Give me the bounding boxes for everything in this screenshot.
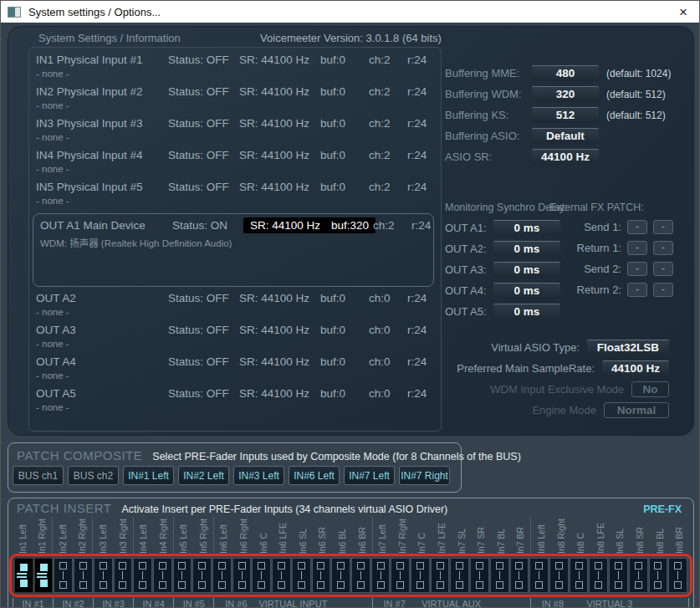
settings-panel: System Settings / Information Voicemeete… — [8, 26, 694, 436]
device-res: r:24 — [407, 117, 434, 130]
fx-send2-label: Send 2: — [544, 263, 621, 275]
device-row-out-a3[interactable]: OUT A3 Status: OFF SR: 44100 Hzbuf:0 ch:… — [36, 324, 434, 355]
device-row-out-a4[interactable]: OUT A4 Status: OFF SR: 44100 Hzbuf:0 ch:… — [36, 355, 434, 387]
composite-in2-left-button[interactable]: IN#2 Left — [178, 466, 229, 485]
wdm-exclusive-value[interactable]: No — [631, 381, 669, 397]
insert-toggle-in3-right[interactable] — [114, 558, 133, 593]
fx-return2-a[interactable]: - — [627, 283, 647, 297]
virtual-asio-type-value[interactable]: Float32LSB — [587, 340, 669, 355]
buffering-mme-value[interactable]: 480 — [532, 65, 599, 81]
fx-return1-b[interactable]: - — [653, 241, 673, 255]
composite-in7-right-button[interactable]: IN#7 Right — [399, 466, 450, 485]
patch-insert-title: PATCH INSERT — [17, 501, 112, 515]
insert-toggle-in7-left[interactable] — [371, 558, 391, 593]
insert-channel-label: In6 LFE — [273, 517, 294, 554]
fx-return1-a[interactable]: - — [627, 241, 647, 255]
buffering-mme-default: (default: 1024) — [606, 68, 694, 79]
insert-channel-label: In6 BR — [352, 517, 372, 554]
fx-send1-a[interactable]: - — [627, 220, 647, 234]
device-row-in4[interactable]: IN4 Physical Input #4 Status: OFF SR: 44… — [36, 149, 434, 181]
buffering-wdm-value[interactable]: 320 — [532, 86, 599, 102]
mon-a5-value[interactable]: 0 ms — [493, 304, 560, 319]
insert-toggle-in4-left[interactable] — [133, 558, 152, 593]
insert-toggle-in4-right[interactable] — [153, 558, 172, 593]
asio-sr-value[interactable]: 44100 Hz — [532, 149, 599, 165]
device-row-in5[interactable]: IN5 Physical Input #5 Status: OFF SR: 44… — [36, 181, 434, 212]
insert-toggle-in6-br[interactable] — [351, 558, 370, 593]
insert-toggle-in6-right[interactable] — [232, 558, 252, 593]
insert-toggle-in8-c[interactable] — [570, 558, 589, 593]
insert-channel-label: In5 Left — [173, 517, 194, 554]
device-row-in3[interactable]: IN3 Physical Input #3 Status: OFF SR: 44… — [36, 117, 434, 149]
pre-fx-button[interactable]: PRE-FX — [643, 503, 682, 515]
insert-toggle-in6-sr[interactable] — [312, 558, 331, 593]
insert-toggle-in7-right[interactable] — [391, 558, 410, 593]
insert-toggle-in8-sr[interactable] — [629, 558, 648, 593]
device-res: r:24 — [407, 181, 434, 193]
insert-toggle-in6-bl[interactable] — [331, 558, 350, 593]
device-row-in2[interactable]: IN2 Physical Input #2 Status: OFF SR: 44… — [36, 85, 434, 117]
insert-toggle-in2-right[interactable] — [74, 558, 93, 593]
composite-in3-left-button[interactable]: IN#3 Left — [233, 466, 284, 485]
insert-toggle-in6-left[interactable] — [212, 558, 232, 593]
insert-toggle-in7-bl[interactable] — [490, 558, 509, 593]
buffering-ks-value[interactable]: 512 — [532, 107, 599, 123]
mon-a1-label: OUT A1: — [445, 222, 493, 234]
insert-toggle-in8-right[interactable] — [549, 558, 569, 593]
buffering-asio-value[interactable]: Default — [532, 128, 599, 144]
insert-toggle-in1-right[interactable] — [34, 558, 54, 593]
insert-channel-label: In6 SR — [313, 517, 333, 554]
fx-return2-b[interactable]: - — [653, 283, 673, 297]
device-ch: ch:2 — [369, 149, 407, 161]
insert-toggle-in8-bl[interactable] — [649, 558, 668, 593]
device-sr-buf: SR: 44100 Hzbuf:0 — [239, 324, 369, 336]
insert-toggle-in8-lfe[interactable] — [589, 558, 608, 593]
fx-send1-b[interactable]: - — [653, 220, 673, 234]
device-res: r:24 — [407, 387, 434, 400]
composite-bus-ch1-button[interactable]: BUS ch1 — [13, 466, 64, 485]
device-res: r:24 — [411, 219, 431, 232]
engine-mode-value[interactable]: Normal — [604, 402, 669, 418]
composite-in1-left-button[interactable]: IN#1 Left — [123, 466, 174, 485]
device-row-in1[interactable]: IN1 Physical Input #1 Status: OFF SR: 44… — [36, 54, 434, 85]
composite-in7-left-button[interactable]: IN#7 Left — [344, 466, 395, 485]
insert-toggle-in7-c[interactable] — [411, 558, 430, 593]
insert-toggle-in3-left[interactable] — [94, 558, 113, 593]
device-sr-buf: SR: 44100 Hzbuf:0 — [239, 117, 369, 130]
device-name: IN1 Physical Input #1 — [36, 54, 168, 66]
insert-toggle-in5-left[interactable] — [173, 558, 192, 593]
insert-toggle-in1-left[interactable] — [14, 558, 33, 593]
preferred-samplerate-value[interactable]: 44100 Hz — [602, 360, 669, 376]
insert-toggle-in7-br[interactable] — [510, 558, 529, 593]
fx-send2-b[interactable]: - — [653, 262, 673, 276]
insert-toggle-in6-c[interactable] — [252, 558, 271, 593]
buffering-wdm-label: Buffering WDM: — [445, 88, 532, 100]
insert-toggle-in7-sr[interactable] — [470, 558, 489, 593]
insert-channel-label: In6 Right — [234, 517, 254, 554]
device-status: Status: OFF — [168, 181, 239, 193]
insert-toggle-in8-sl[interactable] — [609, 558, 628, 593]
composite-in6-left-button[interactable]: IN#6 Left — [289, 466, 340, 485]
insert-toggle-in7-lfe[interactable] — [431, 558, 450, 593]
insert-toggle-in8-left[interactable] — [529, 558, 549, 593]
insert-channel-label: In7 BL — [491, 517, 511, 554]
mon-a2-label: OUT A2: — [445, 243, 493, 255]
device-row-out-a5[interactable]: OUT A5 Status: OFF SR: 44100 Hzbuf:0 ch:… — [36, 387, 434, 419]
insert-toggle-in2-left[interactable] — [54, 558, 73, 593]
device-name: OUT A1 Main Device — [40, 219, 172, 232]
device-row-out-a1[interactable]: OUT A1 Main Device Status: ON SR: 44100 … — [40, 217, 427, 249]
fx-send2-a[interactable]: - — [627, 262, 647, 276]
composite-bus-ch2-button[interactable]: BUS ch2 — [68, 466, 119, 485]
device-status: Status: ON — [172, 219, 243, 232]
device-status: Status: OFF — [168, 117, 239, 130]
insert-toggle-in6-sl[interactable] — [292, 558, 311, 593]
insert-toggle-in6-lfe[interactable] — [272, 558, 291, 593]
insert-toggle-in5-right[interactable] — [192, 558, 212, 593]
device-row-out-a2[interactable]: OUT A2 Status: OFF SR: 44100 Hzbuf:0 ch:… — [36, 292, 434, 324]
close-button[interactable]: × — [674, 5, 692, 19]
insert-channel-label: In1 Right — [33, 517, 53, 554]
buffering-mme-label: Buffering MME: — [445, 67, 532, 79]
insert-toggle-in7-sl[interactable] — [450, 558, 469, 593]
mon-a3-label: OUT A3: — [445, 263, 493, 276]
insert-toggle-in8-br[interactable] — [668, 558, 687, 593]
